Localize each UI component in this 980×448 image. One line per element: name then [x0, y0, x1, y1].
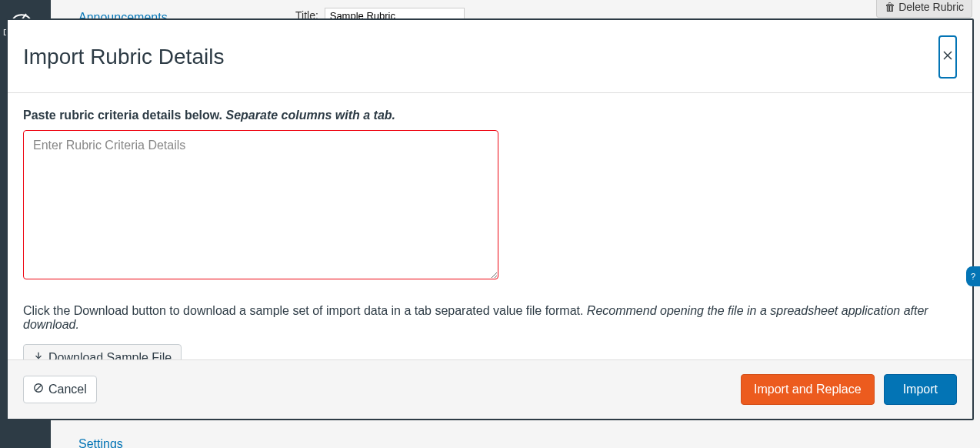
nav-settings[interactable]: Settings: [78, 437, 123, 448]
close-icon: [942, 50, 953, 64]
modal-footer: Cancel Import and Replace Import: [8, 359, 972, 419]
footer-actions: Import and Replace Import: [741, 374, 957, 405]
modal-body: Paste rubric criteria details below. Sep…: [8, 93, 972, 359]
import-and-replace-button[interactable]: Import and Replace: [741, 374, 875, 405]
download-icon: [33, 351, 44, 359]
svg-line-6: [36, 386, 42, 391]
rubric-criteria-textarea[interactable]: [23, 130, 498, 279]
download-sample-label: Download Sample File: [48, 351, 172, 359]
import-rubric-modal: Import Rubric Details Paste rubric crite…: [6, 18, 974, 420]
download-sample-button[interactable]: Download Sample File: [23, 344, 182, 359]
paste-instruction: Paste rubric criteria details below. Sep…: [23, 109, 957, 122]
cancel-icon: [33, 383, 44, 396]
modal-header: Import Rubric Details: [8, 20, 972, 93]
close-button[interactable]: [938, 35, 957, 79]
import-button[interactable]: Import: [884, 374, 957, 405]
download-hint: Click the Download button to download a …: [23, 304, 957, 332]
cancel-label: Cancel: [48, 383, 87, 396]
delete-rubric-button[interactable]: 🗑 Delete Rubric: [876, 0, 972, 18]
help-icon: ?: [971, 272, 975, 281]
modal-title: Import Rubric Details: [23, 45, 224, 69]
trash-icon: 🗑: [885, 1, 895, 13]
help-tab[interactable]: ?: [966, 266, 980, 286]
cancel-button[interactable]: Cancel: [23, 376, 97, 403]
